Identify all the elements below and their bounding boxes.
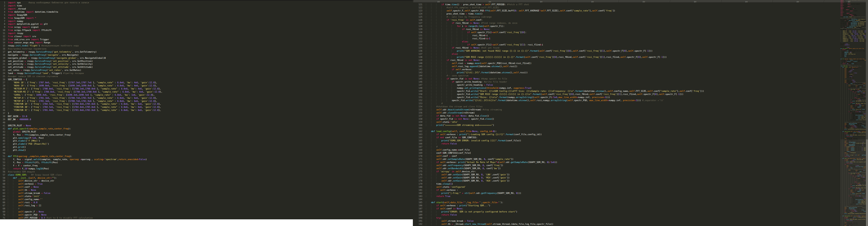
code-line[interactable]: 25#конфиг записи SDR со списком спутнико… [0, 75, 413, 78]
code-line[interactable]: 133 else: [413, 40, 868, 43]
code-line[interactable]: 176 self.sdr.setGain(SOAPY_SDR_RX, 0, 'L… [413, 173, 868, 176]
code-line[interactable]: 33 'METOP-B': {'freq': 1701.3e6, 'rssi_f… [0, 100, 413, 103]
code-line[interactable]: 17get_telemetry = rospy.ServiceProxy('ge… [0, 51, 413, 54]
code-line[interactable]: 151 spectr_fid.write("Fbins: {}\n\n".for… [413, 96, 868, 99]
code-line[interactable]: 2import time [0, 4, 413, 7]
code-line[interactable]: 16#настройка полетных параметров [0, 47, 413, 51]
code-line[interactable]: 161 [413, 127, 868, 130]
code-line[interactable]: 46 plt.xlabel('f [MHz]') [0, 139, 413, 142]
code-line[interactable]: 20set_position = rospy.ServiceProxy('set… [0, 60, 413, 63]
code-line[interactable]: 169 conf=SDR_CONFIGS[conf_file] [413, 151, 868, 154]
code-line[interactable]: 187 if self.conf is None: [413, 207, 868, 210]
editor-tab[interactable]: py [463, 0, 516, 3]
code-line[interactable]: 141 self.rssi_log.append([datetime.utcno… [413, 65, 868, 68]
editor-tab[interactable]: py [617, 0, 670, 3]
code-line[interactable]: 36 'FENGYUN 3C': {'freq': 1701.4e6, 'rss… [0, 109, 413, 112]
code-line[interactable]: 180 self.state='configured' [413, 186, 868, 189]
code-line[interactable]: 185 def start(self,data_file='',log_file… [413, 201, 868, 204]
code-line[interactable]: 188 print("ERROR: SDR is not properly co… [413, 210, 868, 214]
code-line[interactable]: 15rospy.init_node('flight') #инициализац… [0, 44, 413, 47]
code-line[interactable]: 166 return False [413, 142, 868, 145]
code-line[interactable]: 28 'NOAA 19': {'freq': 1698.0e6, 'rssi_f… [0, 84, 413, 87]
code-line[interactable]: 171 self.sdr.setSampleRate(SOAPY_SDR_RX,… [413, 158, 868, 161]
code-line[interactable]: 136 print("SDR WARNING: not found RSSI r… [413, 50, 868, 53]
code-line[interactable]: 127 if rssi_f0ind is None: #find range i… [413, 22, 868, 25]
code-line[interactable]: 148 numpy.set_printoptions(threshold=num… [413, 87, 868, 90]
editor-tab[interactable]: py [515, 0, 567, 3]
code-line[interactable]: 62 self.th = None [0, 189, 413, 192]
code-line[interactable]: 179 time.sleep(1) [413, 182, 868, 186]
left-code-area[interactable]: 1import sys #ввод необходимых библиотек … [0, 1, 413, 219]
editor-tab[interactable]: py [413, 0, 465, 3]
code-line[interactable]: 129 if rssi_f0ind is None: [413, 28, 868, 31]
code-line[interactable]: 186 if self.verbose : print("Starting SD… [413, 204, 868, 207]
code-line[interactable]: 131 rssi_f0ind=i [413, 34, 868, 37]
code-line[interactable]: 191 self.stream_break = False [413, 220, 868, 223]
code-line[interactable]: 13from std_srvs.srv import Trigger [0, 38, 413, 41]
code-line[interactable]: 159 self.state='idle' [413, 121, 868, 124]
code-line[interactable]: 125 #-- calc rssi by frequency subrange [413, 16, 868, 19]
code-line[interactable]: 44 f, Pxx = fft(samples,sample_rate,cent… [0, 134, 413, 137]
code-line[interactable]: 53 f, Pxx = fftshift(f), fftshift(Pxx) [0, 161, 413, 164]
code-line[interactable]: 47 plt.ylabel('PSD [Power/Hz]') [0, 142, 413, 146]
code-line[interactable]: 122 #self.fft_samples = buff[0:self.FFT_… [413, 6, 868, 9]
scrollbar-track[interactable] [866, 0, 868, 226]
code-line[interactable]: 124 prev_shot_time = time.time() [413, 12, 868, 16]
code-line[interactable]: 52 f, Pxx = signal.welch(samples, sample… [0, 158, 413, 161]
minimap-viewport[interactable] [840, 139, 866, 226]
code-line[interactable]: 134 if self.spectr_F[i]<self.conf['rssi_… [413, 43, 868, 47]
code-line[interactable]: 144 #-- save spectrum [413, 74, 868, 77]
code-line[interactable]: 157 if data_fid is not None: data_fid.cl… [413, 114, 868, 117]
code-line[interactable]: 184 [413, 198, 868, 201]
code-line[interactable]: 175 if 'airspy' in self.device_str: [413, 170, 868, 173]
code-line[interactable]: 51def fft(nperseg ,samples,sample_rate,c… [0, 155, 413, 158]
code-line[interactable]: 168 self.config_name=conf_file [413, 148, 868, 151]
code-line[interactable]: 21set_velocity = rospy.ServiceProxy('set… [0, 62, 413, 66]
editor-tab[interactable]: py [720, 0, 773, 3]
code-line[interactable]: 64 self.state='init' [0, 195, 413, 198]
code-line[interactable]: 145 if spectr_fid is not None: #dump spe… [413, 77, 868, 80]
code-line[interactable]: 123 self.spectr_F,self.spectr_PSD=fft(se… [413, 9, 868, 12]
code-line[interactable]: 9from scipy import signal [0, 26, 413, 29]
code-line[interactable]: 190 try: [413, 217, 868, 220]
code-line[interactable]: 70 self.spectr_PSD = None [0, 214, 413, 217]
code-line[interactable]: 173 self.sdr.setFrequency(SOAPY_SDR_RX, … [413, 164, 868, 167]
code-line[interactable]: 156 self.sdr.closeStream(rxStream) [413, 111, 868, 114]
code-line[interactable]: 154 #shutdown the stream and close files [413, 105, 868, 108]
code-line[interactable]: 170 self.conf = conf [413, 154, 868, 158]
right-code-area[interactable]: 121 if time.time() - prev_shot_time > se… [413, 3, 868, 226]
code-line[interactable]: 42def plot_spectr(samples,sample_rate,ce… [0, 127, 413, 130]
code-line[interactable]: 27 'NOAA 18': {'freq': 1707.0e6, 'rssi_f… [0, 81, 413, 84]
code-line[interactable]: 149 spectr_fid.write("Start: {}\nSDR Con… [413, 90, 868, 93]
code-line[interactable]: 35 'FENGYUN 3B': {'freq': 1704.5e6, 'rss… [0, 106, 413, 109]
code-line[interactable]: 18navigate = rospy.ServiceProxy('navigat… [0, 54, 413, 57]
code-line[interactable]: 12from clover import srv [0, 35, 413, 38]
code-line[interactable]: 150 spectr_fid.write("SDR RSSI range {}[… [413, 93, 868, 96]
code-line[interactable]: 128 for i in range(0,len(self.spectr_F))… [413, 25, 868, 28]
code-line[interactable]: 165 print("OSMO_SDR ERROR: invalid confi… [413, 139, 868, 142]
code-line[interactable]: 39DEF_BW = 4000000.0 [0, 118, 413, 121]
code-line[interactable]: 50 [0, 152, 413, 155]
code-line[interactable]: 37} [0, 112, 413, 115]
code-line[interactable]: 174 self.sdr.setBandwidth(SOAPY_SDR_RX, … [413, 167, 868, 170]
code-line[interactable]: 69 self.spectr_F = None [0, 210, 413, 214]
code-line[interactable]: 147 spectr_write_heading = False [413, 84, 868, 87]
code-line[interactable]: 61 self.conf = None [0, 186, 413, 189]
tab-bar[interactable]: pypypypypypypypypy [413, 0, 868, 3]
code-line[interactable]: 189 return False [413, 214, 868, 217]
code-line[interactable]: 54 f = f + center_freq [0, 164, 413, 167]
code-line[interactable]: 34 'FENGYUN 3A': {'freq': 1704.5e6, 'rss… [0, 103, 413, 106]
code-line[interactable]: 49 plt.show() [0, 149, 413, 152]
code-line[interactable]: 192 self.th = _thread.start_new_thread(s… [413, 223, 868, 226]
code-line[interactable]: 8import matplotlib.pyplot as plt [0, 23, 413, 26]
scrollbar-thumb[interactable] [866, 139, 868, 226]
code-line[interactable]: 160 print("=========SDR streaming end===… [413, 124, 868, 127]
code-line[interactable]: 163 if self.verbose : print("|-Loading S… [413, 133, 868, 136]
code-line[interactable]: 22set_attitude = rospy.ServiceProxy('set… [0, 66, 413, 69]
code-line[interactable]: 66 self.rssi = 0.0 [0, 201, 413, 204]
code-line[interactable]: 14from sensor_msgs.msg import Range [0, 41, 413, 44]
code-line[interactable]: 4from datetime import datetime,timedelta [0, 10, 413, 13]
code-line[interactable]: 167 # [413, 145, 868, 148]
code-line[interactable]: 130 if self.spectr_F[i]>self.conf['rssi_… [413, 31, 868, 34]
code-line[interactable]: 158 if spectr_fid is not None: spectr_fi… [413, 117, 868, 121]
